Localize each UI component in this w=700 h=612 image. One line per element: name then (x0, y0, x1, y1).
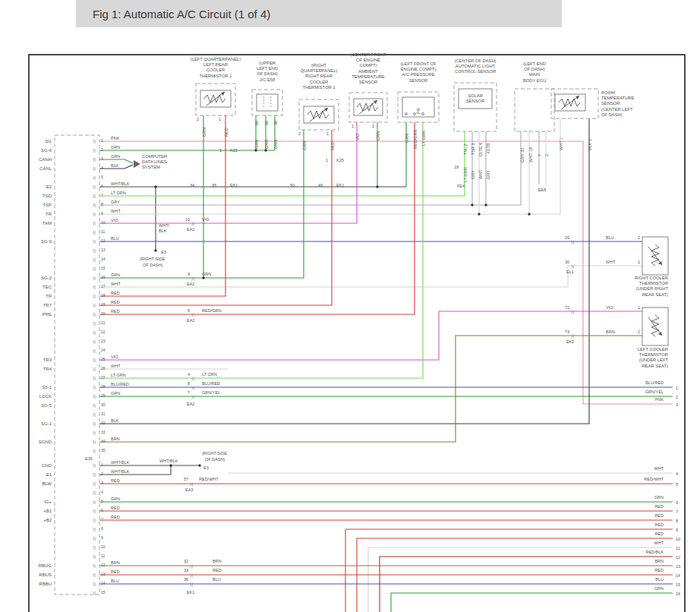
diagram-label: 7 (188, 390, 190, 395)
diagram-label: 15 (676, 582, 680, 587)
diagram-label: 5 (676, 482, 678, 487)
wire-color-label: BRN (111, 437, 120, 441)
pin-number: 13 (101, 248, 106, 252)
diagram-label: GRN (264, 140, 269, 149)
caption-right-cooler-thermistor: RIGHT COOLER (635, 276, 668, 280)
pin-number: 2 (101, 147, 103, 152)
pin-name: RBUG (39, 563, 52, 568)
junction-dot (484, 203, 487, 206)
pin-bracket-icon: ⟩( (93, 518, 96, 522)
diagram-label: GRN (654, 495, 664, 500)
diagram-label: GRN (202, 272, 211, 276)
wire-brn (99, 336, 642, 442)
pin-name: PRE (43, 312, 52, 317)
pin-bracket-icon: ⟩( (93, 536, 96, 541)
pin-number: 28 (101, 384, 106, 389)
wire-color-label: RED (111, 569, 120, 574)
caption-ambient-temperature-sensor: (CENTER FRONT (350, 52, 386, 57)
diagram-label: RED/BLK (645, 550, 664, 554)
thermistor-zigzag (357, 103, 378, 111)
wire-color-label: RED (111, 478, 120, 483)
diagram-label: BRN (213, 559, 222, 563)
diagram-label: 66 (254, 121, 259, 125)
wiring-diagram: (LEFT QUARTERPANEL)LEFT REARCOOLERTHERMI… (0, 27, 700, 612)
diagram-label: 50 (290, 183, 295, 188)
pin-name: SG-2 (41, 276, 52, 280)
pin-number: 11 (101, 229, 105, 234)
pin-bracket-icon: ⟩( (93, 148, 96, 153)
caption-right-rear-cooler-thermistor: QUARTERPANEL) (301, 68, 338, 73)
pin-name: SGND (39, 440, 52, 444)
diagram-label: EK1 (336, 183, 344, 188)
diagram-label: GRN (654, 586, 664, 591)
diagram-label: WHT (654, 541, 664, 545)
pin-bracket-icon: ⟩( (93, 166, 96, 171)
diagram-label: WHT (478, 169, 483, 179)
pin-number: 24 (101, 348, 106, 352)
diagram-label: GRN (254, 140, 259, 149)
pin-bracket-icon: ⟩( (93, 212, 96, 216)
diagram-label: 1 (638, 260, 640, 264)
pin-name: TAM (43, 221, 52, 226)
diagram-label: 1 (676, 386, 678, 390)
diagram-label: 7 (538, 154, 542, 156)
diagram-label: GRY (486, 170, 490, 179)
diagram-label: 30 (565, 260, 569, 264)
diagram-label: ⟩⟨ (191, 313, 195, 317)
diagram-label: ⟩⟨ (571, 240, 575, 244)
diagram-label: 49 (318, 183, 323, 188)
pin-bracket-icon: ⟩( (93, 257, 96, 262)
diagram-label: EK2 (566, 339, 574, 344)
pin-bracket-icon: ⟩( (93, 349, 96, 353)
pin-name: BLW (42, 481, 52, 486)
diagram-label: EA2 (187, 282, 194, 286)
thermistor-arrowhead (324, 108, 328, 112)
diagram-label: 3 (676, 402, 678, 407)
pin-number: 6 (101, 184, 103, 188)
diagram-label: WHT (606, 260, 616, 264)
pin-name: TR3 (43, 358, 52, 362)
wire-wht (99, 118, 560, 214)
diagram-label: BRN (606, 330, 615, 334)
diagram-label: EA2 (187, 227, 194, 232)
pin-number: 16 (101, 275, 106, 279)
wire-color-label: BLK (111, 163, 119, 168)
pin-bracket-icon: ⟩( (93, 509, 96, 513)
diagram-label: BLU/RED (202, 381, 220, 386)
pin-number: 2 (101, 472, 103, 476)
wire-pnk (99, 141, 673, 404)
pin-number: 1 (101, 462, 103, 467)
diagram-label: BLU (213, 577, 221, 582)
pin-bracket-icon: ⟩( (93, 185, 96, 189)
pin-bracket-icon: ⟩( (93, 591, 96, 595)
diagram-label: 14 (676, 573, 680, 578)
diagram-label: EK1 (187, 590, 194, 595)
wire-color-label: WHT/BLK (111, 181, 130, 186)
pin-bracket-icon: ⟩( (93, 440, 96, 444)
diagram-label: RED (330, 141, 335, 150)
thermistor-arrowhead (658, 332, 662, 336)
diagram-label: 9 (676, 528, 678, 532)
pin-bracket-icon: ⟩( (93, 563, 96, 568)
pin-number: 31 (101, 412, 106, 416)
pin-bracket-icon: ⟩( (93, 472, 96, 477)
diagram-label: TSL 2 (463, 144, 468, 155)
pin-bracket-icon: ⟩( (93, 239, 96, 244)
pin-name: LOCK (39, 394, 52, 399)
diagram-label: WHT/ (159, 223, 170, 228)
diagram-label: 6 (676, 500, 678, 505)
pin-bracket-icon: ⟩( (93, 294, 96, 298)
pin-name: +B2 (43, 518, 52, 522)
wire-color-label: WHT (111, 364, 121, 368)
diagram-label: ⟩⟨ (190, 564, 194, 569)
junction-dot (154, 249, 156, 251)
pin-name: TSP (43, 203, 52, 207)
diagram-label: 19 (454, 165, 459, 169)
diagram-label: 72 (565, 305, 569, 310)
wire-color-label: GRY (111, 200, 120, 204)
thermistor-symbol-icon (559, 96, 580, 109)
pin-bracket-icon: ⟩( (93, 358, 96, 362)
wire-color-label: GRN (111, 273, 120, 277)
pin-number: 3 (101, 481, 103, 485)
pin-number: 17 (101, 284, 106, 289)
